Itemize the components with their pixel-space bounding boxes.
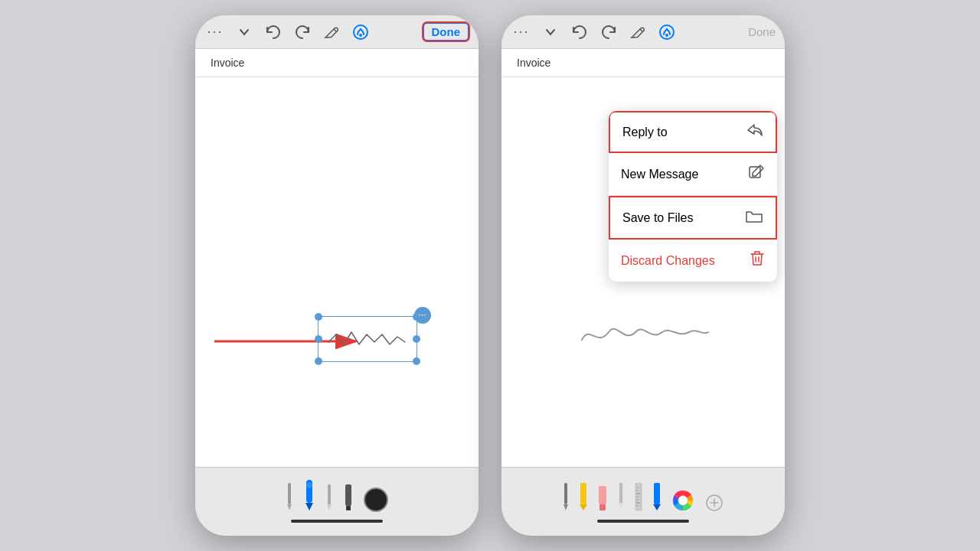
left-done-button[interactable]: Done xyxy=(423,22,470,41)
panels-wrapper: ··· Done xyxy=(195,15,785,536)
left-home-indicator xyxy=(291,520,383,523)
left-tool-pen-blue[interactable] xyxy=(304,481,315,512)
right-drawing-tools xyxy=(563,481,724,512)
left-undo-icon[interactable] xyxy=(263,21,284,43)
right-signature xyxy=(574,309,712,358)
left-sig-drawing xyxy=(325,323,409,354)
more-bubble[interactable]: ··· xyxy=(414,307,431,324)
menu-discard-label: Discard Changes xyxy=(621,254,715,268)
compose-icon xyxy=(748,164,765,184)
svg-rect-26 xyxy=(619,483,622,503)
svg-line-14 xyxy=(640,29,642,31)
right-airdrop-icon[interactable] xyxy=(656,21,678,43)
right-doc-content: Reply to New Message xyxy=(501,77,785,467)
trash-icon xyxy=(750,250,765,271)
menu-item-reply-wrapper: Reply to xyxy=(609,111,777,153)
svg-marker-11 xyxy=(327,504,332,510)
svg-point-15 xyxy=(660,25,674,39)
svg-marker-6 xyxy=(287,504,292,510)
svg-rect-12 xyxy=(345,484,351,506)
right-tool-pen-yellow[interactable] xyxy=(580,481,587,512)
svg-rect-5 xyxy=(288,483,291,504)
left-tool-color[interactable] xyxy=(364,481,388,512)
svg-point-1 xyxy=(354,25,368,39)
left-doc-content: ··· xyxy=(195,77,479,467)
menu-newmessage-label: New Message xyxy=(621,168,698,181)
left-doc-header: Invoice xyxy=(195,49,479,77)
menu-item-discard[interactable]: Discard Changes xyxy=(609,240,777,282)
handle-tl[interactable] xyxy=(315,313,322,321)
svg-rect-36 xyxy=(654,483,660,504)
svg-marker-21 xyxy=(564,504,568,510)
left-tool-pencil[interactable] xyxy=(325,481,333,512)
left-drawing-tools xyxy=(286,481,388,512)
left-ellipsis-icon[interactable]: ··· xyxy=(204,21,226,43)
svg-marker-23 xyxy=(580,504,587,510)
left-tool-pen[interactable] xyxy=(286,481,293,512)
handle-mr[interactable] xyxy=(413,335,420,343)
left-chevron-down-icon[interactable] xyxy=(234,21,255,43)
svg-point-2 xyxy=(359,34,362,37)
right-toolbar-left: ··· xyxy=(511,21,678,43)
right-dropdown-menu: Reply to New Message xyxy=(609,111,777,282)
left-bottom-toolbar xyxy=(195,467,479,536)
svg-point-16 xyxy=(665,34,668,37)
left-airdrop-icon[interactable] xyxy=(350,21,371,43)
svg-rect-24 xyxy=(599,486,606,504)
svg-line-0 xyxy=(334,29,336,31)
right-ellipsis-icon[interactable]: ··· xyxy=(511,21,532,43)
right-tool-plus[interactable] xyxy=(705,481,724,512)
handle-br[interactable] xyxy=(413,357,420,365)
svg-rect-10 xyxy=(328,484,331,504)
right-tool-colorwheel[interactable] xyxy=(671,481,694,512)
menu-item-newmessage[interactable]: New Message xyxy=(609,153,777,196)
left-toolbar-left: ··· xyxy=(204,21,371,43)
left-invoice-label: Invoice xyxy=(211,57,244,69)
menu-item-savefiles-wrapper: Save to Files xyxy=(609,196,777,240)
menu-item-reply[interactable]: Reply to xyxy=(610,112,776,152)
right-bottom-toolbar xyxy=(501,467,785,536)
svg-rect-25 xyxy=(599,504,606,510)
menu-item-savefiles[interactable]: Save to Files xyxy=(610,197,776,238)
left-redo-icon[interactable] xyxy=(292,21,313,43)
svg-marker-37 xyxy=(653,504,661,510)
right-tool-ruler[interactable] xyxy=(635,481,642,512)
svg-rect-13 xyxy=(346,506,351,510)
right-tool-marker-pink[interactable] xyxy=(598,481,607,512)
right-toolbar: ··· Done xyxy=(501,15,785,49)
left-markup-icon[interactable] xyxy=(321,21,342,43)
right-done-button[interactable]: Done xyxy=(748,25,776,38)
folder-icon xyxy=(745,208,763,227)
svg-marker-8 xyxy=(305,503,313,510)
right-redo-icon[interactable] xyxy=(598,21,619,43)
left-signature-box[interactable]: ··· xyxy=(318,316,417,362)
svg-point-39 xyxy=(678,496,688,505)
right-invoice-label: Invoice xyxy=(517,57,550,69)
menu-savefiles-label: Save to Files xyxy=(622,211,693,225)
svg-rect-20 xyxy=(564,483,567,504)
right-phone-frame: ··· Done xyxy=(501,15,785,536)
right-chevron-down-icon[interactable] xyxy=(540,21,561,43)
left-doc-area: Invoice xyxy=(195,49,479,467)
right-doc-header: Invoice xyxy=(501,49,785,77)
right-tool-pencil2[interactable] xyxy=(618,481,624,512)
right-home-indicator xyxy=(597,520,689,523)
right-tool-pen-blue[interactable] xyxy=(653,481,661,512)
svg-rect-22 xyxy=(580,483,586,504)
right-doc-area: Invoice Reply to xyxy=(501,49,785,467)
svg-marker-27 xyxy=(619,503,623,509)
menu-reply-label: Reply to xyxy=(622,126,668,139)
reply-icon xyxy=(746,123,763,141)
left-tool-marker[interactable] xyxy=(344,481,353,512)
left-toolbar: ··· Done xyxy=(195,15,479,49)
right-undo-icon[interactable] xyxy=(569,21,590,43)
right-markup-icon[interactable] xyxy=(627,21,648,43)
right-tool-pen[interactable] xyxy=(563,481,569,512)
left-sig-border xyxy=(318,316,417,362)
svg-point-9 xyxy=(306,482,312,488)
handle-bl[interactable] xyxy=(315,357,322,365)
left-phone-frame: ··· Done xyxy=(195,15,479,536)
handle-ml[interactable] xyxy=(315,335,322,343)
